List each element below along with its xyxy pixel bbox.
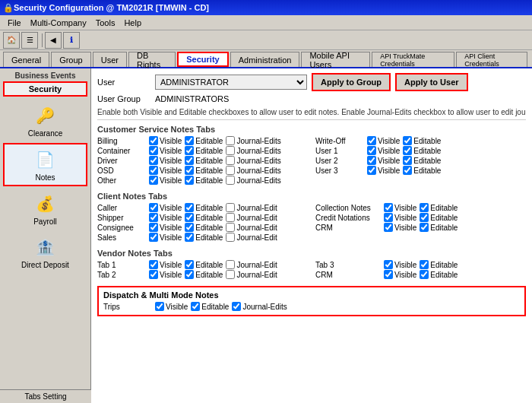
osd-editable-cb[interactable] bbox=[185, 166, 194, 175]
shipper-visible-cb[interactable] bbox=[149, 213, 158, 222]
menu-tools[interactable]: Tools bbox=[91, 17, 120, 29]
tab-general[interactable]: General bbox=[3, 52, 49, 67]
tab-user[interactable]: User bbox=[93, 52, 127, 67]
credit-editable-cb[interactable] bbox=[420, 213, 429, 222]
driver-journal-cb[interactable] bbox=[226, 156, 235, 165]
apply-to-group-button[interactable]: Apply to Group bbox=[312, 73, 391, 91]
trips-journal-cb[interactable] bbox=[232, 302, 241, 311]
sidebar-item-direct-deposit[interactable]: 🏦 Direct Deposit bbox=[3, 231, 87, 273]
sales-journal-cb[interactable] bbox=[226, 233, 235, 242]
tab-administration[interactable]: Administration bbox=[230, 52, 300, 67]
tab1-journal-cb[interactable] bbox=[226, 260, 235, 269]
client-notes-title: Client Notes Tabs bbox=[97, 192, 526, 201]
table-row: Billing Visible Editable Journal-Edits bbox=[97, 136, 308, 145]
user1-editable-cb[interactable] bbox=[403, 146, 412, 155]
table-row: Credit Notations Visible Editable bbox=[315, 213, 526, 222]
consignee-editable-cb[interactable] bbox=[185, 223, 194, 232]
toolbar-list-btn[interactable]: ☰ bbox=[21, 32, 38, 49]
osd-journal-cb[interactable] bbox=[226, 166, 235, 175]
sales-visible-cb[interactable] bbox=[149, 233, 158, 242]
table-row: User 1 Visible Editable bbox=[315, 146, 526, 155]
clearance-icon: 🔑 bbox=[33, 103, 58, 128]
apply-to-user-button[interactable]: Apply to User bbox=[395, 73, 468, 91]
shipper-editable-cb[interactable] bbox=[185, 213, 194, 222]
client-notes-left: Caller Visible Editable Journal-Edit bbox=[97, 203, 308, 243]
tab2-editable-cb[interactable] bbox=[185, 270, 194, 279]
user2-editable-cb[interactable] bbox=[403, 156, 412, 165]
container-editable-cb[interactable] bbox=[185, 146, 194, 155]
collection-editable-cb[interactable] bbox=[420, 203, 429, 212]
billing-journal-group: Journal-Edits bbox=[226, 136, 280, 145]
title-bar-icon: 🔒 bbox=[3, 3, 14, 13]
client-notes-cols: Caller Visible Editable Journal-Edit bbox=[97, 203, 526, 243]
nav-tabs: General Group User DB Rights Security Ad… bbox=[0, 50, 532, 68]
tab1-editable-cb[interactable] bbox=[185, 260, 194, 269]
tab-api-truckmate[interactable]: API TruckMate Credentials bbox=[372, 52, 454, 67]
toolbar-home-btn[interactable]: 🏠 bbox=[3, 32, 20, 49]
toolbar: 🏠 ☰ ◀ ℹ bbox=[0, 30, 532, 50]
tab2-journal-cb[interactable] bbox=[226, 270, 235, 279]
sidebar-item-clearance[interactable]: 🔑 Clearance bbox=[3, 100, 87, 141]
user1-visible-cb[interactable] bbox=[367, 146, 376, 155]
consignee-visible-cb[interactable] bbox=[149, 223, 158, 232]
toolbar-info-btn[interactable]: ℹ bbox=[63, 32, 80, 49]
other-visible-cb[interactable] bbox=[149, 176, 158, 185]
sidebar-item-payroll[interactable]: 💰 Payroll bbox=[3, 188, 87, 230]
vendor-notes-left: Tab 1 Visible Editable Journal-Edit bbox=[97, 260, 308, 280]
trips-editable-cb[interactable] bbox=[191, 302, 200, 311]
user-select[interactable]: ADMINISTRATOR bbox=[155, 75, 307, 90]
driver-editable-cb[interactable] bbox=[185, 156, 194, 165]
tab-db-rights[interactable]: DB Rights bbox=[128, 52, 176, 67]
user3-editable-cb[interactable] bbox=[403, 166, 412, 175]
customer-service-right: Write-Off Visible Editable User 1 bbox=[315, 136, 526, 186]
trips-visible-cb[interactable] bbox=[155, 302, 164, 311]
toolbar-back-btn[interactable]: ◀ bbox=[45, 32, 62, 49]
caller-visible-cb[interactable] bbox=[149, 203, 158, 212]
billing-journal-cb[interactable] bbox=[226, 136, 235, 145]
tab-group[interactable]: Group bbox=[51, 52, 91, 67]
crm-vendor-editable-cb[interactable] bbox=[420, 270, 429, 279]
other-editable-cb[interactable] bbox=[185, 176, 194, 185]
crm-client-editable-cb[interactable] bbox=[420, 223, 429, 232]
crm-vendor-visible-cb[interactable] bbox=[384, 270, 393, 279]
menu-file[interactable]: File bbox=[3, 17, 26, 29]
billing-visible-cb[interactable] bbox=[149, 136, 158, 145]
user-group-row: User Group ADMINISTRATORS bbox=[97, 94, 526, 103]
consignee-journal-cb[interactable] bbox=[226, 223, 235, 232]
shipper-journal-cb[interactable] bbox=[226, 213, 235, 222]
driver-visible-cb[interactable] bbox=[149, 156, 158, 165]
collection-visible-cb[interactable] bbox=[384, 203, 393, 212]
menu-help[interactable]: Help bbox=[119, 17, 146, 29]
credit-visible-cb[interactable] bbox=[384, 213, 393, 222]
billing-editable-cb[interactable] bbox=[185, 136, 194, 145]
user2-visible-cb[interactable] bbox=[367, 156, 376, 165]
other-journal-cb[interactable] bbox=[226, 176, 235, 185]
crm-client-visible-cb[interactable] bbox=[384, 223, 393, 232]
caller-journal-cb[interactable] bbox=[226, 203, 235, 212]
container-journal-cb[interactable] bbox=[226, 146, 235, 155]
tabs-setting[interactable]: Tabs Setting bbox=[0, 389, 91, 403]
sidebar-security[interactable]: Security bbox=[3, 81, 87, 97]
table-row: User 2 Visible Editable bbox=[315, 156, 526, 165]
osd-visible-cb[interactable] bbox=[149, 166, 158, 175]
tab3-visible-cb[interactable] bbox=[384, 260, 393, 269]
sidebar-notes-label: Notes bbox=[35, 173, 55, 182]
user3-visible-cb[interactable] bbox=[367, 166, 376, 175]
container-visible-cb[interactable] bbox=[149, 146, 158, 155]
user-group-label: User Group bbox=[97, 94, 150, 103]
sidebar-item-notes[interactable]: 📄 Notes bbox=[3, 143, 87, 186]
tab-security[interactable]: Security bbox=[177, 52, 228, 67]
menu-multi-company[interactable]: Multi-Company bbox=[26, 17, 91, 29]
sales-editable-cb[interactable] bbox=[185, 233, 194, 242]
tab3-editable-cb[interactable] bbox=[420, 260, 429, 269]
table-row: Trips Visible Editable Journal-Edits bbox=[103, 302, 520, 311]
tab2-visible-cb[interactable] bbox=[149, 270, 158, 279]
tab-api-client[interactable]: API Client Credentials bbox=[456, 52, 527, 67]
customer-service-cols: Billing Visible Editable Journal-Edits bbox=[97, 136, 526, 186]
writeoff-editable-cb[interactable] bbox=[403, 136, 412, 145]
notes-icon: 📄 bbox=[33, 148, 58, 172]
tab-mobile-api[interactable]: Mobile API Users bbox=[301, 52, 370, 67]
caller-editable-cb[interactable] bbox=[185, 203, 194, 212]
tab1-visible-cb[interactable] bbox=[149, 260, 158, 269]
writeoff-visible-cb[interactable] bbox=[367, 136, 376, 145]
